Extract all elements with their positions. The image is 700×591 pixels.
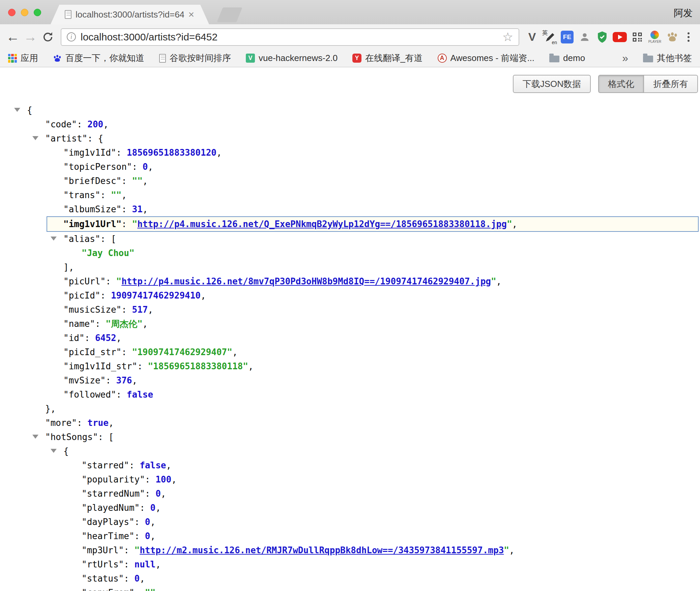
json-token-p: : [95, 319, 106, 329]
fe-extension-icon[interactable]: FE [558, 27, 576, 47]
json-token-s: "Jay Chou" [82, 248, 135, 258]
json-line: }, [0, 402, 700, 416]
bookmark-apps[interactable]: 应用 [8, 52, 38, 64]
json-token-n: 0 [155, 489, 161, 499]
json-line: "name": "周杰伦", [0, 317, 700, 331]
json-token-p: : [145, 489, 155, 499]
page-icon [159, 54, 166, 63]
player-disc-icon [650, 31, 659, 39]
qrcode-extension-icon[interactable] [629, 27, 646, 47]
collapse-toggle-icon[interactable] [51, 237, 57, 241]
translate-extension-icon[interactable]: 英 en [541, 27, 558, 47]
url-bar[interactable]: i localhost:3000/artists?id=6452 ☆ [61, 28, 519, 46]
json-line: "playedNum": 0, [0, 501, 700, 515]
new-tab-button[interactable] [217, 7, 242, 22]
browser-menu-button[interactable] [681, 30, 696, 44]
close-window-button[interactable] [8, 9, 16, 16]
collapse-all-button[interactable]: 折叠所有 [643, 75, 698, 93]
collapse-toggle-icon[interactable] [14, 108, 20, 112]
bookmark-vue-hackernews[interactable]: V vue-hackernews-2.0 [246, 53, 338, 63]
json-token-p: : [145, 474, 155, 485]
collapse-toggle-icon[interactable] [32, 435, 38, 439]
json-url-link[interactable]: http://p4.music.126.net/8mv7qP30Pd3oHW8b… [121, 276, 491, 286]
browser-tab[interactable]: localhost:3000/artists?id=645 × [51, 5, 209, 24]
json-line: "hearTime": 0, [0, 529, 700, 543]
json-token-n: 0 [150, 503, 156, 513]
json-token-p: , [161, 489, 166, 499]
vimium-extension-icon[interactable]: V [523, 27, 541, 47]
player-label: PLAYER [648, 40, 662, 43]
json-token-p: : [121, 347, 132, 357]
json-line: "popularity": 100, [0, 472, 700, 487]
json-token-k: "more" [45, 418, 77, 428]
json-token-p: , [512, 219, 518, 229]
extension-toolbar: V 英 en FE PLAYER [523, 27, 696, 47]
bookmark-google-sort[interactable]: 谷歌按时间排序 [159, 52, 231, 64]
json-token-k: "musicSize" [63, 305, 121, 315]
json-token-k: "starred" [82, 460, 129, 470]
json-token-n: 517 [132, 305, 148, 315]
download-json-button[interactable]: 下载JSON数据 [513, 75, 591, 93]
account-extension-icon[interactable] [576, 27, 593, 47]
json-token-k: "mp3Url" [82, 545, 124, 555]
tab-strip: localhost:3000/artists?id=645 × 阿发 [0, 0, 700, 24]
page-info-icon[interactable]: i [67, 32, 76, 41]
json-line: "picUrl": "http://p4.music.126.net/8mv7q… [0, 274, 700, 288]
json-token-k: "code" [45, 119, 77, 129]
json-token-k: "id" [63, 333, 85, 343]
bookmark-star-icon[interactable]: ☆ [502, 31, 513, 43]
collapse-toggle-icon[interactable] [32, 136, 38, 140]
bookmark-label: Awesomes - 前端资... [450, 52, 534, 64]
minimize-window-button[interactable] [21, 9, 28, 16]
json-token-p: , [155, 503, 161, 513]
bookmark-awesomes[interactable]: A Awesomes - 前端资... [438, 52, 534, 64]
json-line: ], [0, 260, 700, 274]
json-line: "picId_str": "19097417462929407", [0, 345, 700, 359]
json-url-link[interactable]: http://p4.music.126.net/Q_ExePNkmqB2yWyL… [137, 219, 507, 229]
shield-extension-icon[interactable] [593, 27, 611, 47]
json-token-n: false [140, 460, 166, 470]
json-token-k: "artist" [45, 133, 87, 144]
json-token-k: "hotSongs" [45, 432, 98, 442]
json-token-p: , [143, 319, 148, 329]
back-button[interactable]: ← [4, 28, 22, 46]
bookmark-demo-folder[interactable]: demo [549, 53, 585, 63]
player-extension-icon[interactable]: PLAYER [646, 27, 664, 47]
bookmarks-overflow-button[interactable]: » [622, 52, 628, 64]
json-token-p: , [248, 361, 254, 371]
json-token-p: : [124, 545, 134, 555]
json-token-n: 0 [145, 531, 150, 541]
json-token-p: : [100, 190, 111, 200]
traffic-lights [8, 9, 41, 16]
youtube-extension-icon[interactable] [611, 27, 629, 47]
reload-button[interactable] [39, 28, 57, 46]
url-input[interactable]: localhost:3000/artists?id=6452 [81, 31, 498, 43]
paw-extension-icon[interactable] [664, 27, 681, 47]
tab-close-icon[interactable]: × [188, 9, 194, 20]
json-token-p: : [100, 290, 111, 301]
browser-window: localhost:3000/artists?id=645 × 阿发 ← → i… [0, 0, 700, 591]
bookmarks-bar: 应用 百度一下，你就知道 谷歌按时间排序 V vue-hackernews-2.… [0, 50, 700, 67]
json-token-k: "followed" [63, 390, 116, 400]
page-favicon-icon [65, 10, 71, 19]
bookmark-baidu[interactable]: 百度一下，你就知道 [53, 52, 144, 64]
other-bookmarks-folder[interactable]: 其他书签 [643, 52, 692, 64]
json-token-p: , [148, 305, 153, 315]
json-url-link[interactable]: http://m2.music.126.net/RMJR7wDullRqppBk… [140, 545, 504, 555]
json-token-p: , [166, 460, 171, 470]
json-token-p: ], [63, 262, 74, 272]
reload-icon [42, 31, 54, 43]
json-token-k: "name" [63, 319, 95, 329]
format-button[interactable]: 格式化 [598, 75, 643, 93]
qrcode-icon [632, 32, 643, 42]
json-token-k: "alias" [63, 234, 100, 244]
json-token-p: : [106, 375, 116, 385]
zoom-window-button[interactable] [34, 9, 41, 16]
collapse-toggle-icon[interactable] [51, 449, 57, 453]
json-line: "artist": { [0, 131, 700, 146]
json-token-p: : [77, 418, 87, 428]
viewer-actions: 下载JSON数据 格式化 折叠所有 [513, 75, 698, 93]
bookmark-label: demo [563, 53, 585, 63]
person-icon [579, 31, 590, 43]
bookmark-youdao[interactable]: Y 在线翻译_有道 [352, 52, 422, 64]
